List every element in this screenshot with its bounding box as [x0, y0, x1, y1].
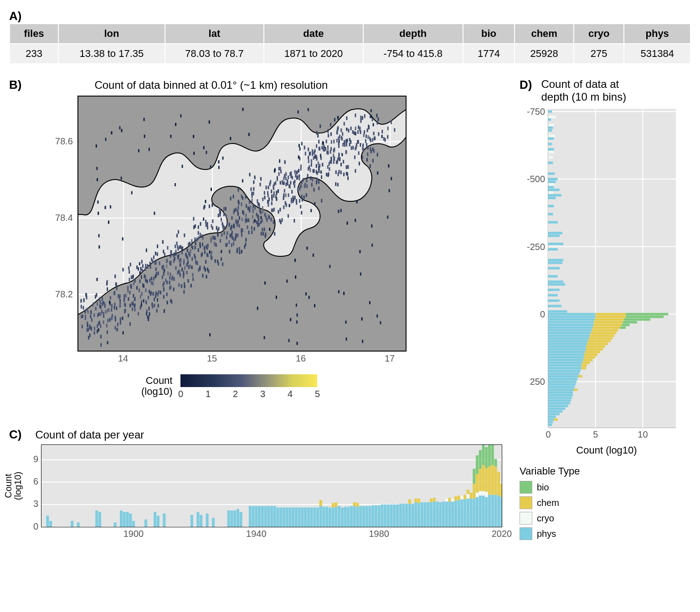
- svg-rect-522: [158, 290, 160, 294]
- svg-rect-761: [200, 233, 201, 236]
- svg-rect-1284: [494, 495, 497, 526]
- svg-rect-1106: [548, 362, 582, 364]
- svg-rect-1112: [548, 370, 581, 372]
- svg-rect-691: [167, 259, 168, 262]
- svg-rect-815: [143, 284, 144, 288]
- svg-rect-546: [312, 149, 313, 153]
- svg-rect-1245: [451, 498, 454, 501]
- svg-rect-969: [381, 135, 383, 138]
- svg-rect-1260: [473, 484, 475, 499]
- svg-rect-106: [190, 265, 191, 268]
- svg-rect-786: [282, 218, 283, 222]
- svg-rect-590: [331, 140, 332, 144]
- svg-rect-611: [244, 245, 245, 249]
- svg-rect-243: [192, 273, 193, 277]
- svg-rect-1199: [341, 507, 344, 527]
- svg-rect-951: [105, 138, 107, 141]
- svg-rect-508: [89, 333, 91, 337]
- svg-rect-765: [278, 189, 279, 193]
- svg-rect-464: [326, 173, 327, 176]
- svg-rect-383: [102, 297, 103, 301]
- svg-rect-689: [232, 230, 233, 234]
- svg-rect-574: [170, 260, 172, 264]
- svg-rect-1147: [120, 510, 123, 527]
- year-svg: [41, 445, 502, 527]
- legend-item-phys: phys: [520, 527, 665, 540]
- svg-rect-613: [170, 250, 171, 254]
- svg-rect-1248: [458, 500, 460, 527]
- svg-rect-231: [164, 253, 165, 256]
- svg-rect-566: [318, 187, 319, 190]
- svg-rect-463: [84, 310, 86, 313]
- svg-rect-1241: [445, 498, 448, 501]
- svg-rect-490: [233, 238, 235, 241]
- svg-rect-1108: [548, 364, 582, 367]
- svg-rect-1156: [190, 515, 193, 526]
- svg-rect-560: [242, 196, 243, 200]
- svg-rect-122: [322, 163, 323, 167]
- svg-rect-40: [175, 266, 177, 270]
- svg-rect-482: [218, 262, 219, 265]
- svg-rect-867: [82, 325, 83, 328]
- svg-rect-900: [203, 218, 204, 221]
- svg-rect-565: [242, 210, 243, 214]
- svg-rect-902: [107, 341, 108, 344]
- svg-rect-1109: [582, 364, 587, 367]
- svg-rect-439: [181, 268, 183, 271]
- svg-rect-1098: [548, 351, 585, 353]
- svg-rect-518: [175, 245, 176, 248]
- svg-rect-636: [248, 219, 249, 222]
- svg-rect-681: [245, 195, 247, 199]
- svg-rect-869: [218, 227, 219, 230]
- svg-rect-1005: [257, 306, 258, 310]
- svg-rect-910: [297, 313, 298, 316]
- svg-rect-1177: [283, 507, 285, 527]
- svg-rect-1035: [548, 156, 553, 158]
- svg-rect-489: [371, 150, 372, 153]
- svg-rect-110: [110, 296, 111, 300]
- svg-rect-1224: [408, 499, 411, 504]
- svg-rect-291: [271, 218, 272, 221]
- svg-rect-323: [318, 161, 319, 165]
- svg-rect-1080: [592, 326, 620, 329]
- svg-rect-147: [338, 153, 340, 156]
- svg-rect-727: [329, 162, 330, 166]
- svg-rect-327: [245, 238, 247, 242]
- svg-rect-58: [313, 156, 314, 160]
- svg-rect-730: [324, 148, 325, 152]
- svg-rect-561: [161, 265, 163, 269]
- svg-rect-230: [193, 225, 195, 229]
- svg-rect-1033: [548, 148, 554, 150]
- svg-rect-746: [167, 246, 168, 250]
- svg-rect-894: [91, 327, 92, 331]
- svg-rect-1233: [430, 502, 432, 527]
- svg-rect-994: [98, 234, 100, 237]
- svg-rect-1223: [408, 504, 411, 527]
- svg-rect-61: [260, 220, 262, 224]
- svg-rect-1093: [587, 342, 608, 345]
- svg-rect-957: [222, 157, 224, 160]
- svg-rect-778: [114, 303, 115, 306]
- svg-rect-906: [308, 108, 309, 111]
- svg-rect-166: [198, 231, 199, 235]
- svg-rect-996: [373, 123, 374, 126]
- colorbar-ticks: 012345: [180, 387, 317, 398]
- svg-rect-146: [235, 237, 236, 241]
- svg-rect-523: [336, 139, 338, 143]
- svg-rect-587: [338, 144, 340, 148]
- svg-rect-9: [301, 195, 303, 199]
- svg-rect-638: [254, 176, 256, 179]
- svg-rect-846: [199, 265, 201, 269]
- svg-rect-662: [318, 140, 319, 143]
- svg-rect-1204: [353, 502, 356, 506]
- svg-rect-834: [189, 242, 190, 245]
- svg-rect-524: [251, 199, 252, 202]
- table-header: lon: [58, 24, 165, 44]
- svg-rect-619: [198, 225, 199, 229]
- svg-rect-710: [349, 143, 350, 146]
- svg-rect-635: [196, 261, 197, 265]
- svg-rect-960: [121, 129, 122, 132]
- svg-rect-1225: [412, 504, 414, 527]
- svg-rect-808: [330, 147, 332, 151]
- svg-rect-1255: [467, 494, 469, 499]
